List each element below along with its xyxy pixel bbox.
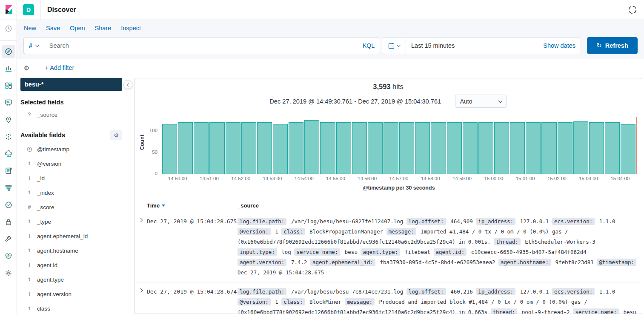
field-item-class[interactable]: tclass	[20, 301, 131, 314]
available-fields-heading: Available fields ⚙	[20, 130, 122, 140]
nav-item-siem[interactable]	[2, 215, 15, 229]
show-dates-button[interactable]: Show dates	[543, 42, 575, 49]
text-type-icon: t	[26, 277, 32, 282]
cloud-server-icon	[4, 150, 13, 158]
saved-query-menu-button[interactable]: #	[24, 37, 44, 54]
collapse-sidebar-button[interactable]	[123, 80, 132, 89]
refresh-label: Refresh	[605, 42, 628, 49]
x-tick-label: 14:56:00	[358, 176, 377, 181]
histogram-bar-15:03:00[interactable]	[589, 122, 604, 174]
histogram-bar-15:01:00[interactable]	[526, 122, 541, 174]
field-settings-gear-icon[interactable]: ⚙	[110, 130, 122, 140]
field-name: agent.id	[37, 262, 57, 268]
hits-count: 3,593	[373, 83, 390, 90]
open-link[interactable]: Open	[70, 25, 85, 32]
new-link[interactable]: New	[24, 25, 36, 32]
field-item-@version[interactable]: t@version	[20, 156, 131, 171]
histogram-bar-14:52:00[interactable]	[241, 122, 256, 174]
field-item-_type[interactable]: t_type	[20, 214, 131, 229]
nav-item-canvas[interactable]	[2, 96, 15, 109]
histogram-bar-14:50:00[interactable]	[178, 122, 193, 174]
field-item-_source[interactable]: ?_source	[20, 107, 131, 122]
calendar-menu-button[interactable]	[382, 37, 406, 54]
expand-row-button[interactable]	[135, 219, 147, 222]
text-type-icon: t	[26, 233, 32, 239]
nav-item-logs[interactable]	[2, 164, 15, 178]
calendar-icon	[388, 43, 395, 49]
nav-item-maps[interactable]	[2, 113, 15, 127]
field-item-agent.ephemeral_id[interactable]: tagent.ephemeral_id	[20, 229, 131, 243]
histogram-bar-14:52:30[interactable]	[257, 122, 272, 174]
filter-settings-gear-icon[interactable]: ⚙	[24, 65, 29, 71]
histogram-bar-14:57:30[interactable]	[415, 122, 430, 174]
save-link[interactable]: Save	[46, 25, 60, 32]
histogram-bar-14:53:00[interactable]	[273, 124, 288, 174]
histogram-bar-14:51:30[interactable]	[226, 122, 240, 174]
logs-scroll-icon	[4, 167, 13, 175]
documents-table: Time _source Dec 27, 2019 @ 15:04:28.675…	[135, 200, 642, 314]
nav-item-uptime[interactable]	[2, 198, 15, 212]
field-key-badge: message:	[345, 298, 375, 305]
histogram-bar-14:53:30[interactable]	[289, 122, 303, 174]
histogram-bar-14:56:30[interactable]	[384, 122, 398, 174]
left-nav-rail	[0, 20, 17, 314]
histogram-bar-14:54:00[interactable]	[304, 120, 319, 174]
histogram-bar-14:59:30[interactable]	[478, 122, 493, 174]
histogram-bar-14:50:30[interactable]	[194, 122, 209, 174]
chart-plot-area	[162, 117, 636, 174]
field-item-@timestamp[interactable]: @timestamp	[20, 142, 131, 156]
histogram-bar-15:02:00[interactable]	[558, 122, 572, 174]
field-key-badge: log.offset:	[406, 218, 446, 225]
recently-viewed-button[interactable]	[2, 22, 15, 35]
time-column-header[interactable]: Time	[147, 202, 238, 209]
kibana-logo[interactable]	[4, 5, 17, 15]
histogram-bar-15:04:00[interactable]	[621, 124, 635, 174]
histogram-bar-14:58:30[interactable]	[447, 122, 462, 174]
nav-item-stack-monitoring[interactable]	[2, 249, 15, 263]
search-input[interactable]	[44, 42, 358, 49]
histogram-bar-15:01:30[interactable]	[541, 122, 556, 174]
inspect-link[interactable]: Inspect	[121, 25, 141, 32]
field-item-_id[interactable]: t_id	[20, 171, 131, 185]
nav-item-discover[interactable]	[2, 45, 15, 58]
histogram-bar-14:55:00[interactable]	[336, 122, 351, 174]
histogram-bar-14:55:30[interactable]	[352, 122, 367, 174]
nav-item-infrastructure[interactable]	[2, 147, 15, 161]
histogram-bar-14:58:00[interactable]	[431, 122, 446, 174]
nav-item-machine-learning[interactable]	[2, 130, 15, 144]
nav-item-management[interactable]	[2, 266, 15, 280]
histogram-bar-14:51:00[interactable]	[209, 122, 224, 174]
field-item-agent.hostname[interactable]: tagent.hostname	[20, 243, 131, 258]
expand-row-button[interactable]	[135, 289, 147, 292]
histogram-bar-15:03:30[interactable]	[605, 122, 620, 174]
histogram-bar-15:00:00[interactable]	[494, 122, 509, 174]
field-key-badge: @version:	[238, 298, 271, 305]
nav-item-visualize[interactable]	[2, 62, 15, 75]
field-item-agent.type[interactable]: tagent.type	[20, 272, 131, 287]
field-item-agent.id[interactable]: tagent.id	[20, 258, 131, 272]
histogram-bar-15:00:30[interactable]	[510, 122, 525, 174]
add-filter-link[interactable]: + Add filter	[45, 64, 74, 71]
field-item-agent.version[interactable]: tagent.version	[20, 287, 131, 301]
histogram-bar-14:56:00[interactable]	[368, 122, 383, 174]
nav-item-apm[interactable]	[2, 181, 15, 195]
field-item-_index[interactable]: t_index	[20, 185, 131, 200]
index-pattern-selector[interactable]: besu-*	[20, 78, 122, 91]
nav-item-dev-tools[interactable]	[2, 232, 15, 246]
refresh-button[interactable]: ↻ Refresh	[587, 37, 638, 54]
histogram-bar-14:49:30[interactable]	[162, 124, 177, 174]
histogram-bar-15:02:30[interactable]	[573, 121, 588, 174]
time-range-field[interactable]: Last 15 minutes Show dates	[406, 37, 581, 54]
histogram-bar-14:59:00[interactable]	[463, 122, 478, 174]
share-link[interactable]: Share	[95, 25, 112, 32]
y-tick-label: 50	[146, 150, 157, 155]
field-item-_score[interactable]: #_score	[20, 200, 131, 214]
histogram-bar-14:57:00[interactable]	[399, 122, 414, 174]
kql-toggle[interactable]: KQL	[358, 42, 380, 49]
space-avatar-button[interactable]	[626, 3, 639, 16]
field-key-badge: service_name:	[573, 308, 619, 314]
nav-item-dashboard[interactable]	[2, 79, 15, 92]
histogram-bar-14:54:30[interactable]	[320, 122, 335, 174]
hash-filter-icon: #	[29, 42, 32, 49]
interval-select[interactable]: Auto	[455, 95, 507, 108]
